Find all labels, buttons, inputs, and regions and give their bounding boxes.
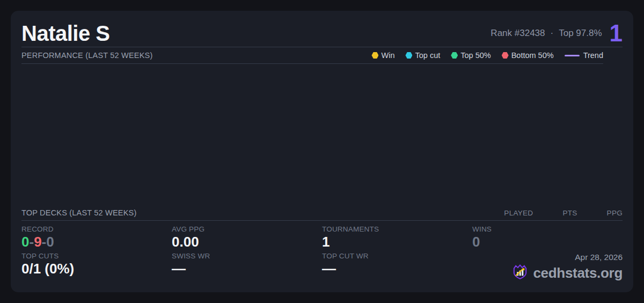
- stat-value: 0/1 (0%): [21, 261, 172, 277]
- rank-line: Rank #32438 · Top 97.8%: [491, 28, 602, 39]
- stat-label: SWISS WR: [172, 252, 322, 260]
- record-value: 0-9-0: [21, 234, 172, 250]
- stat-record: RECORD 0-9-0: [21, 225, 172, 250]
- stat-value: 0: [472, 234, 623, 250]
- legend-label: Trend: [583, 51, 603, 60]
- bottom-50-dot-icon: [502, 52, 509, 59]
- brand-row: cedhstats.org: [511, 263, 623, 283]
- top-decks-header-row: TOP DECKS (LAST 52 WEEKS) PLAYED PTS PPG: [21, 207, 623, 221]
- date-label: Apr 28, 2026: [575, 252, 623, 262]
- stat-label: TOP CUTS: [21, 252, 172, 260]
- legend-item-bottom-50[interactable]: Bottom 50%: [502, 51, 554, 60]
- performance-header-row: PERFORMANCE (LAST 52 WEEKS) Win Top cut …: [21, 47, 603, 64]
- rating-number: 1: [610, 21, 623, 45]
- performance-chart-area: [21, 64, 623, 207]
- legend-label: Win: [381, 51, 394, 60]
- crown-bar-chart-logo-icon: [511, 263, 529, 283]
- chart-legend: Win Top cut Top 50% Bottom 50% Trend: [371, 51, 603, 60]
- top-percent-label: Top 97.8%: [559, 28, 602, 39]
- top-50-dot-icon: [451, 52, 458, 59]
- column-header-ppg: PPG: [607, 209, 623, 217]
- stat-tournaments: TOURNAMENTS 1: [322, 225, 472, 250]
- stat-label: TOURNAMENTS: [322, 225, 472, 233]
- top-cut-dot-icon: [405, 52, 412, 59]
- stat-label: AVG PPG: [172, 225, 322, 233]
- rank-summary: Rank #32438 · Top 97.8% 1: [491, 21, 623, 45]
- dot-separator: ·: [551, 28, 554, 39]
- footer-branding: Apr 28, 2026 cedhstats.org: [472, 252, 623, 283]
- trend-line-icon: [565, 55, 580, 56]
- legend-item-trend[interactable]: Trend: [565, 51, 603, 60]
- top-decks-column-headers: PLAYED PTS PPG: [504, 209, 623, 217]
- stat-avg-ppg: AVG PPG 0.00: [172, 225, 322, 250]
- stat-label: TOP CUT WR: [322, 252, 472, 260]
- stat-wins: WINS 0: [472, 225, 623, 250]
- record-wins: 0: [21, 234, 29, 250]
- record-separator: -: [42, 234, 47, 250]
- stat-value: —: [172, 261, 322, 277]
- record-separator: -: [29, 234, 34, 250]
- stats-grid: RECORD 0-9-0 AVG PPG 0.00 TOURNAMENTS 1 …: [21, 225, 623, 283]
- player-stats-card: Natalie S Rank #32438 · Top 97.8% 1 PERF…: [11, 11, 633, 292]
- performance-section-title: PERFORMANCE (LAST 52 WEEKS): [21, 51, 152, 60]
- stat-label: RECORD: [21, 225, 172, 233]
- rank-label: Rank #32438: [491, 28, 545, 39]
- legend-item-win[interactable]: Win: [371, 51, 394, 60]
- stat-value: 1: [322, 234, 472, 250]
- column-header-pts: PTS: [562, 209, 577, 217]
- stat-value: 0.00: [172, 234, 322, 250]
- brand-name: cedhstats.org: [533, 265, 623, 282]
- legend-item-top-50[interactable]: Top 50%: [451, 51, 491, 60]
- record-losses: 9: [34, 234, 41, 250]
- record-draws: 0: [46, 234, 54, 250]
- stat-top-cuts: TOP CUTS 0/1 (0%): [21, 252, 172, 283]
- stat-swiss-wr: SWISS WR —: [172, 252, 322, 283]
- player-name: Natalie S: [21, 23, 109, 44]
- legend-item-top-cut[interactable]: Top cut: [405, 51, 440, 60]
- column-header-played: PLAYED: [504, 209, 533, 217]
- stat-value: —: [322, 261, 472, 277]
- legend-label: Bottom 50%: [511, 51, 554, 60]
- stat-top-cut-wr: TOP CUT WR —: [322, 252, 472, 283]
- win-dot-icon: [371, 52, 378, 59]
- legend-label: Top cut: [415, 51, 440, 60]
- title-row: Natalie S Rank #32438 · Top 97.8% 1: [21, 19, 623, 47]
- stat-label: WINS: [472, 225, 623, 233]
- top-decks-section-title: TOP DECKS (LAST 52 WEEKS): [21, 208, 137, 217]
- legend-label: Top 50%: [460, 51, 491, 60]
